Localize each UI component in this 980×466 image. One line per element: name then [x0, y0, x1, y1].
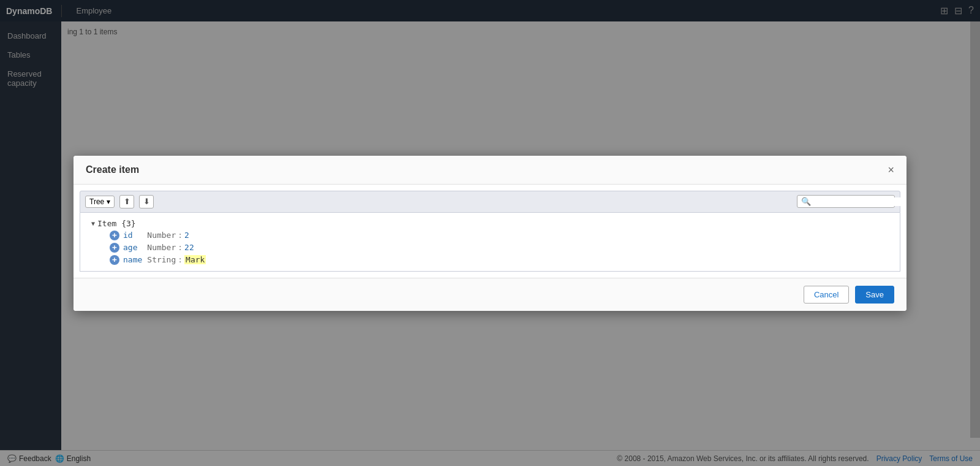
attr-key-id: id: [123, 231, 133, 240]
root-toggle[interactable]: ▼: [91, 220, 95, 227]
tree-root: ▼ Item {3} + id Number : 2: [85, 218, 895, 266]
attr-value-age[interactable]: 22: [184, 243, 194, 252]
add-sibling-icon: ⬇: [143, 197, 150, 206]
root-node: ▼ Item {3}: [91, 218, 895, 229]
search-input[interactable]: [813, 197, 905, 206]
colon-name: :: [178, 255, 183, 264]
add-sibling-button[interactable]: ⬇: [139, 195, 154, 208]
editor-toolbar: Tree ▾ ⬆ ⬇ 🔍 ▲▼: [80, 191, 900, 213]
view-label: Tree: [89, 197, 104, 206]
tree-row-name: + name String : Mark: [110, 254, 895, 266]
modal-body: Tree ▾ ⬆ ⬇ 🔍 ▲▼: [74, 185, 907, 278]
view-dropdown[interactable]: Tree ▾: [85, 196, 115, 208]
type-separator-age: [140, 243, 145, 252]
modal-overlay: Create item × Tree ▾ ⬆ ⬇ 🔍 ▲: [0, 0, 980, 466]
attr-value-name[interactable]: Mark: [184, 255, 206, 264]
add-child-icon: ⬆: [124, 197, 130, 206]
type-separator-id: [135, 231, 145, 240]
attr-key-name: name: [123, 255, 142, 264]
create-item-modal: Create item × Tree ▾ ⬆ ⬇ 🔍 ▲: [74, 156, 907, 311]
add-name-button[interactable]: +: [110, 255, 119, 265]
colon-age: :: [178, 243, 183, 252]
tree-row-id: + id Number : 2: [110, 229, 895, 242]
attr-key-age: age: [123, 243, 137, 252]
modal-footer: Cancel Save: [74, 278, 907, 311]
search-box: 🔍 ▲▼: [797, 195, 895, 208]
dropdown-arrow-icon: ▾: [107, 197, 110, 206]
attr-value-id[interactable]: 2: [184, 231, 189, 240]
colon-id: :: [178, 231, 183, 240]
save-button[interactable]: Save: [855, 286, 894, 304]
attr-type-name: String: [147, 255, 176, 264]
tree-editor: ▼ Item {3} + id Number : 2: [80, 213, 900, 272]
add-child-button[interactable]: ⬆: [119, 195, 134, 208]
modal-title: Create item: [86, 164, 139, 175]
cancel-button[interactable]: Cancel: [804, 286, 849, 304]
add-age-button[interactable]: +: [110, 243, 119, 253]
tree-children: + id Number : 2 + age Numbe: [91, 229, 895, 266]
root-label: Item {3}: [97, 219, 136, 228]
close-button[interactable]: ×: [888, 164, 894, 175]
attr-type-id: Number: [147, 231, 176, 240]
tree-row-age: + age Number : 22: [110, 242, 895, 254]
attr-type-age: Number: [147, 243, 176, 252]
search-icon: 🔍: [801, 197, 811, 206]
modal-header: Create item ×: [74, 156, 907, 185]
add-id-button[interactable]: +: [110, 231, 119, 240]
